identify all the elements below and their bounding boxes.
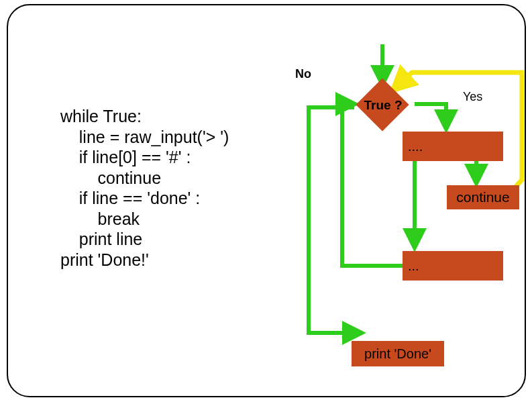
continue-block-text: continue	[456, 189, 509, 205]
continue-block: continue	[447, 185, 519, 209]
process-block-1-text: ....	[408, 139, 423, 154]
edge-label-yes: Yes	[463, 90, 482, 104]
done-block: print 'Done'	[352, 341, 444, 366]
edge-label-no: No	[295, 67, 311, 81]
process-block-1: ....	[403, 132, 503, 161]
decision-label: True ?	[362, 98, 404, 113]
process-block-2-text: ...	[408, 258, 419, 274]
done-block-text: print 'Done'	[364, 346, 431, 362]
slide: while True: line = raw_input('> ') if li…	[0, 0, 532, 400]
process-block-2: ...	[403, 251, 503, 281]
